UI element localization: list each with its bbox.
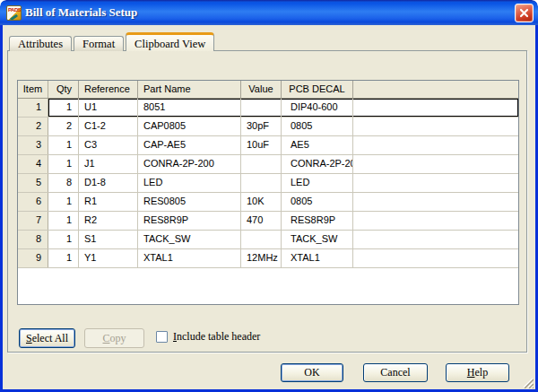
bom-table: ItemQtyReferencePart NameValuePCB DECAL … [17,80,519,305]
table-row[interactable]: 61R1RES080510K0805 [18,193,518,212]
cell-qty[interactable]: 1 [48,249,79,267]
table-row[interactable]: 71R2RES8R9P470RES8R9P [18,212,518,231]
row-item-number[interactable]: 7 [18,212,48,230]
cell-extra[interactable] [353,174,518,192]
column-header-part-name: Part Name [138,81,241,98]
cell-value[interactable]: 30pF [241,118,282,135]
cell-pcb-decal[interactable]: AE5 [282,136,353,154]
row-item-number[interactable]: 6 [18,193,48,211]
cell-value[interactable] [241,174,282,192]
row-item-number[interactable]: 9 [18,249,48,267]
tab-format[interactable]: Format [74,36,124,51]
cell-value[interactable] [241,231,282,248]
cell-reference[interactable]: C3 [79,136,138,154]
cell-reference[interactable]: R2 [79,212,138,230]
table-row[interactable]: 91Y1XTAL112MHzXTAL1 [18,249,518,268]
include-table-header-label[interactable]: Include table header [173,330,260,344]
close-icon [519,8,529,18]
tab-panel: ItemQtyReferencePart NameValuePCB DECAL … [7,50,527,353]
cell-pcb-decal[interactable]: 0805 [282,118,353,135]
cell-reference[interactable]: D1-8 [79,174,138,192]
table-row[interactable]: 58D1-8LEDLED [18,174,518,193]
cell-qty[interactable]: 1 [48,99,79,117]
cell-reference[interactable]: J1 [79,155,138,173]
cell-pcb-decal[interactable]: TACK_SW [282,231,353,248]
cell-part-name[interactable]: CONRA-2P-200 [138,155,241,173]
bill-of-materials-dialog: PADS Bill of Materials Setup Attributes … [0,0,538,392]
help-button[interactable]: Help [446,363,509,382]
cell-extra[interactable] [353,118,518,135]
cell-part-name[interactable]: LED [138,174,241,192]
cell-extra[interactable] [353,249,518,267]
table-rows-container: 11U18051DIP40-60022C1-2CAP080530pF080531… [18,99,518,268]
cell-part-name[interactable]: RES0805 [138,193,241,211]
cell-value[interactable] [241,155,282,173]
row-item-number[interactable]: 8 [18,231,48,248]
cell-reference[interactable]: U1 [79,99,138,117]
cell-pcb-decal[interactable]: XTAL1 [282,249,353,267]
cell-pcb-decal[interactable]: LED [282,174,353,192]
cell-qty[interactable]: 1 [48,231,79,248]
row-item-number[interactable]: 3 [18,136,48,154]
cell-reference[interactable]: Y1 [79,249,138,267]
cell-qty[interactable]: 8 [48,174,79,192]
cell-extra[interactable] [353,212,518,230]
table-row[interactable]: 31C3CAP-AE510uFAE5 [18,136,518,155]
row-item-number[interactable]: 2 [18,118,48,135]
cell-pcb-decal[interactable]: DIP40-600 [282,99,353,117]
cell-part-name[interactable]: RES8R9P [138,212,241,230]
cell-extra[interactable] [353,136,518,154]
cell-qty[interactable]: 2 [48,118,79,135]
cell-extra[interactable] [353,99,518,117]
row-item-number[interactable]: 1 [18,99,48,117]
tab-clipboard-view[interactable]: Clipboard View [126,32,214,51]
table-row[interactable]: 41J1CONRA-2P-200CONRA-2P-200 [18,155,518,174]
table-row[interactable]: 11U18051DIP40-600 [18,99,518,118]
cell-qty[interactable]: 1 [48,136,79,154]
cancel-button[interactable]: Cancel [363,363,428,382]
row-item-number[interactable]: 4 [18,155,48,173]
tab-attributes[interactable]: Attributes [9,36,72,51]
tab-strip: Attributes Format Clipboard View [9,32,216,51]
column-header-value: Value [241,81,282,98]
cell-value[interactable]: 470 [241,212,282,230]
cell-value[interactable]: 12MHz [241,249,282,267]
cell-part-name[interactable]: TACK_SW [138,231,241,248]
cell-pcb-decal[interactable]: 0805 [282,193,353,211]
cell-pcb-decal[interactable]: CONRA-2P-200 [282,155,353,173]
copy-button[interactable]: Copy [84,328,144,348]
cell-reference[interactable]: S1 [79,231,138,248]
include-table-header-checkbox[interactable] [156,331,168,343]
cell-part-name[interactable]: CAP0805 [138,118,241,135]
table-row[interactable]: 22C1-2CAP080530pF0805 [18,118,518,136]
cell-pcb-decal[interactable]: RES8R9P [282,212,353,230]
table-header-row: ItemQtyReferencePart NameValuePCB DECAL [18,81,518,99]
close-button[interactable] [515,4,534,22]
cell-reference[interactable]: R1 [79,193,138,211]
cell-reference[interactable]: C1-2 [79,118,138,135]
row-item-number[interactable]: 5 [18,174,48,192]
ok-button[interactable]: OK [281,363,343,382]
cell-part-name[interactable]: XTAL1 [138,249,241,267]
column-header-extra [353,81,518,98]
cell-extra[interactable] [353,193,518,211]
cell-part-name[interactable]: 8051 [138,99,241,117]
include-table-header-checkbox-group[interactable]: Include table header [156,330,260,344]
window-title: Bill of Materials Setup [25,5,515,20]
cell-extra[interactable] [353,155,518,173]
resize-grip-icon[interactable] [521,376,534,388]
cell-value[interactable]: 10K [241,193,282,211]
cell-value[interactable]: 10uF [241,136,282,154]
pads-app-icon[interactable]: PADS [6,5,22,21]
cell-value[interactable] [241,99,282,117]
cell-extra[interactable] [353,231,518,248]
dialog-body: Attributes Format Clipboard View ItemQty… [0,25,538,392]
table-row[interactable]: 81S1TACK_SWTACK_SW [18,231,518,249]
cell-part-name[interactable]: CAP-AE5 [138,136,241,154]
title-bar[interactable]: PADS Bill of Materials Setup [0,0,538,25]
select-all-button[interactable]: Select All [19,328,75,348]
cell-qty[interactable]: 1 [48,193,79,211]
pads-app-icon-pen [10,13,18,20]
cell-qty[interactable]: 1 [48,212,79,230]
cell-qty[interactable]: 1 [48,155,79,173]
